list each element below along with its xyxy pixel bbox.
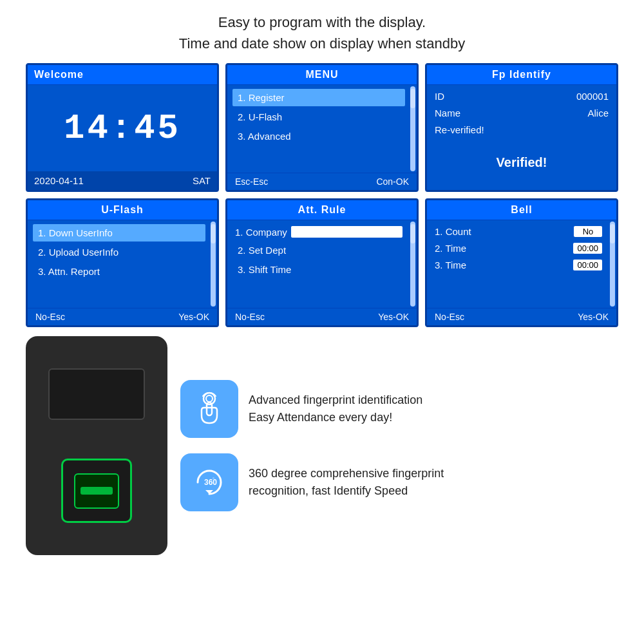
uflash-footer: No-Esc Yes-OK — [28, 308, 217, 325]
fp-name-row: Name Alice — [432, 106, 611, 120]
fingerprint-sensor — [61, 459, 132, 523]
menu-item-2[interactable]: 2. U-Flash — [232, 108, 405, 126]
menu-scrollbar[interactable] — [410, 86, 415, 171]
fp-body: ID 000001 Name Alice Re-verified! Verifi… — [427, 85, 616, 190]
welcome-title: Welcome — [28, 65, 217, 85]
bell-value-1[interactable]: No — [574, 226, 602, 237]
att-footer-left[interactable]: No-Esc — [235, 312, 265, 322]
feature-text-line1-1: Advanced fingerprint identification — [249, 392, 422, 409]
fp-verified: Verified! — [432, 139, 611, 186]
bell-value-2[interactable]: 00:00 — [573, 243, 602, 254]
uflash-item-1[interactable]: 1. Down UserInfo — [33, 224, 205, 242]
fp-title: Fp Identify — [427, 65, 616, 85]
header-line2: Time and date show on display when stand… — [179, 33, 465, 54]
header-line1: Easy to program with the display. — [179, 12, 465, 33]
menu-footer-right[interactable]: Con-OK — [376, 176, 409, 187]
att-scrollbar[interactable] — [410, 222, 415, 307]
bell-screen: Bell 1. Count No 2. Time 00:00 3. Time 0… — [425, 198, 618, 327]
page: Easy to program with the display. Time a… — [0, 0, 644, 644]
fp-sensor-inner — [74, 473, 119, 509]
att-label-1: 1. Company — [235, 227, 287, 238]
menu-scroll-thumb — [410, 89, 415, 108]
welcome-screen: Welcome 14:45 2020-04-11 SAT — [26, 63, 219, 192]
feature-text-line2-1: Easy Attendance every day! — [249, 409, 422, 426]
att-row-2[interactable]: 2. Set Dept — [232, 242, 405, 259]
bell-footer-left[interactable]: No-Esc — [435, 312, 464, 322]
att-footer: No-Esc Yes-OK — [227, 308, 417, 325]
svg-point-1 — [206, 395, 213, 402]
svg-text:°: ° — [213, 477, 214, 482]
welcome-date-value: 2020-04-11 — [34, 175, 84, 186]
menu-footer-left[interactable]: Esc-Esc — [235, 176, 268, 187]
fp-name-label: Name — [435, 108, 460, 118]
device-display-screen — [48, 368, 145, 420]
bell-row-1: 1. Count No — [432, 224, 605, 239]
uflash-footer-left[interactable]: No-Esc — [35, 312, 65, 322]
uflash-scroll-thumb — [211, 224, 216, 243]
svg-text:360: 360 — [204, 478, 217, 487]
feature-text-2: 360 degree comprehensive fingerprint rec… — [249, 465, 444, 500]
uflash-item-2[interactable]: 2. Upload UserInfo — [33, 243, 205, 261]
att-scroll-thumb — [410, 224, 415, 243]
fp-id-value: 000001 — [576, 91, 609, 102]
menu-title: MENU — [227, 65, 417, 85]
fp-name-value: Alice — [587, 108, 609, 118]
att-title: Att. Rule — [227, 200, 417, 220]
bell-scrollbar[interactable] — [610, 222, 615, 307]
screens-grid: Welcome 14:45 2020-04-11 SAT MENU 1. Reg… — [26, 63, 618, 327]
uflash-body: 1. Down UserInfo 2. Upload UserInfo 3. A… — [28, 220, 217, 308]
features-side: Advanced fingerprint identification Easy… — [180, 380, 618, 511]
att-rule-screen: Att. Rule 1. Company 2. Set Dept 3. Shif… — [225, 198, 419, 327]
att-row-3[interactable]: 3. Shift Time — [232, 261, 405, 278]
fp-id-row: ID 000001 — [432, 89, 611, 104]
bell-label-3: 3. Time — [435, 260, 466, 270]
att-input-1[interactable] — [291, 226, 402, 238]
bell-row-2: 2. Time 00:00 — [432, 241, 605, 256]
uflash-item-3[interactable]: 3. Attn. Report — [33, 263, 205, 280]
feature-text-1: Advanced fingerprint identification Easy… — [249, 392, 422, 426]
bell-footer-right[interactable]: Yes-OK — [578, 312, 609, 322]
bell-body: 1. Count No 2. Time 00:00 3. Time 00:00 — [427, 220, 616, 308]
bell-label-2: 2. Time — [435, 243, 466, 254]
uflash-screen: U-Flash 1. Down UserInfo 2. Upload UserI… — [26, 198, 219, 327]
uflash-scrollbar[interactable] — [211, 222, 216, 307]
welcome-day: SAT — [193, 175, 211, 186]
finger-touch-icon — [191, 391, 227, 427]
fp-sensor-bar — [80, 487, 113, 495]
feature-icon-box-1 — [180, 380, 238, 438]
menu-item-1[interactable]: 1. Register — [232, 89, 405, 106]
bell-value-3[interactable]: 00:00 — [573, 260, 602, 270]
header-text: Easy to program with the display. Time a… — [179, 12, 465, 54]
fp-identify-screen: Fp Identify ID 000001 Name Alice Re-veri… — [425, 63, 618, 192]
feature-item-2: 360 ° 360 degree comprehensive fingerpri… — [180, 453, 618, 511]
feature-item-1: Advanced fingerprint identification Easy… — [180, 380, 618, 438]
uflash-footer-right[interactable]: Yes-OK — [178, 312, 209, 322]
feature-text-line1-2: 360 degree comprehensive fingerprint — [249, 465, 444, 482]
device-illustration — [26, 336, 167, 555]
menu-footer: Esc-Esc Con-OK — [227, 173, 417, 190]
360-rotate-icon: 360 ° — [191, 464, 227, 500]
menu-item-3[interactable]: 3. Advanced — [232, 128, 405, 145]
bell-scroll-thumb — [610, 224, 615, 243]
att-footer-right[interactable]: Yes-OK — [378, 312, 409, 322]
fp-reverified: Re-verified! — [432, 122, 611, 137]
uflash-title: U-Flash — [28, 200, 217, 220]
welcome-clock: 14:45 — [28, 85, 217, 171]
feature-text-line2-2: recognition, fast Identify Speed — [249, 482, 444, 500]
feature-icon-box-2: 360 ° — [180, 453, 238, 511]
bell-title: Bell — [427, 200, 616, 220]
att-body: 1. Company 2. Set Dept 3. Shift Time — [227, 220, 417, 308]
menu-screen: MENU 1. Register 2. U-Flash 3. Advanced … — [225, 63, 419, 192]
att-row-1: 1. Company — [232, 224, 405, 240]
bell-footer: No-Esc Yes-OK — [427, 308, 616, 325]
menu-body: 1. Register 2. U-Flash 3. Advanced — [227, 85, 417, 173]
bell-row-3: 3. Time 00:00 — [432, 258, 605, 272]
fp-id-label: ID — [435, 91, 444, 102]
welcome-date: 2020-04-11 SAT — [28, 171, 217, 190]
bell-label-1: 1. Count — [435, 226, 471, 237]
bottom-section: Advanced fingerprint identification Easy… — [26, 336, 618, 555]
